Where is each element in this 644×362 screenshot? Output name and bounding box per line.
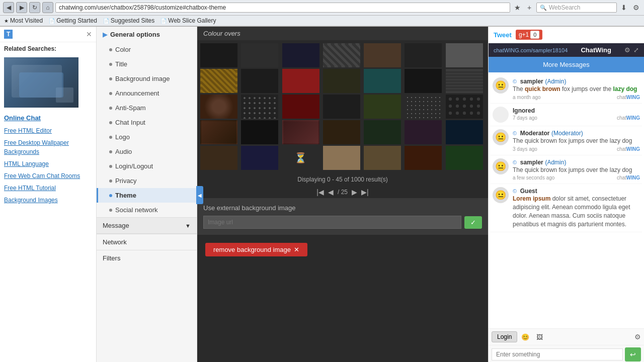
last-page-button[interactable]: ▶|	[361, 188, 369, 196]
message-body: © sampler (Admin) The quick brown fox ju…	[513, 77, 640, 100]
bg-swatch[interactable]	[323, 146, 360, 170]
bg-swatch[interactable]	[282, 69, 319, 93]
chat-input[interactable]	[492, 348, 623, 360]
settings-item-audio[interactable]: Audio	[97, 144, 197, 159]
settings-item-privacy[interactable]: Privacy	[97, 173, 197, 188]
settings-section-message[interactable]: Message ▼	[97, 217, 197, 234]
chat-settings-icon[interactable]: ⚙	[634, 333, 641, 341]
settings-item-logo[interactable]: Logo	[97, 130, 197, 144]
bg-swatch[interactable]	[364, 146, 401, 170]
next-page-button[interactable]: ▶	[352, 188, 357, 196]
settings-item-color[interactable]: Color	[97, 42, 197, 57]
bg-swatch[interactable]	[323, 95, 360, 119]
bg-swatch[interactable]	[200, 120, 237, 144]
expand-icon[interactable]: ⤢	[633, 46, 639, 54]
settings-item-theme[interactable]: Theme	[97, 188, 197, 203]
prev-page-button[interactable]: ◀	[328, 188, 334, 196]
bg-swatch[interactable]	[282, 120, 319, 144]
bg-swatch[interactable]	[282, 43, 319, 67]
bg-swatch[interactable]	[200, 95, 237, 119]
bg-swatch[interactable]	[405, 120, 442, 144]
smiley-icon[interactable]: 😊	[519, 331, 531, 343]
forward-button[interactable]: ▶	[16, 2, 27, 13]
bg-swatch[interactable]	[241, 120, 278, 144]
bg-swatch[interactable]	[323, 43, 360, 67]
bookmark-suggested-sites[interactable]: 📄 Suggested Sites	[103, 17, 154, 24]
chat-message: 😐 © Moderator (Moderator) The quick brow…	[491, 126, 642, 155]
bg-swatch[interactable]	[323, 69, 360, 93]
gplus-button[interactable]: g+1 0	[516, 30, 542, 40]
dot-icon	[109, 63, 112, 66]
bg-swatch[interactable]	[200, 69, 237, 93]
panel-collapse-button[interactable]: ◀	[196, 186, 203, 204]
remove-bg-button[interactable]: remove background image ✕	[205, 243, 307, 256]
message-text: The quick brown fox jumps over the lazy …	[513, 85, 640, 94]
favorites-icon[interactable]: ★	[512, 3, 522, 13]
bg-swatch[interactable]	[200, 43, 237, 67]
bg-swatch[interactable]	[446, 69, 483, 93]
download-icon[interactable]: ⬇	[619, 3, 629, 13]
settings-item-background-image[interactable]: Background image	[97, 71, 197, 86]
bg-swatch[interactable]	[241, 146, 278, 170]
sidebar-link-webcam[interactable]: Free Web Cam Chat Rooms	[0, 170, 96, 182]
settings-section-network[interactable]: Network	[97, 234, 197, 250]
settings-item-title[interactable]: Title	[97, 57, 197, 71]
more-messages-button[interactable]: More Messages	[489, 57, 644, 72]
username: Ignored	[513, 107, 535, 114]
bg-swatch[interactable]	[446, 95, 483, 119]
bg-swatch[interactable]	[200, 146, 237, 170]
bg-swatch[interactable]	[282, 95, 319, 119]
bg-swatch[interactable]	[241, 95, 278, 119]
bg-swatch[interactable]	[405, 43, 442, 67]
first-page-button[interactable]: |◀	[316, 188, 324, 196]
settings-item-chat-input[interactable]: Chat Input	[97, 115, 197, 130]
bg-swatch-loading[interactable]: ⏳	[282, 146, 319, 170]
bg-swatch[interactable]	[323, 120, 360, 144]
bg-swatch[interactable]	[446, 120, 483, 144]
bg-swatch[interactable]	[364, 120, 401, 144]
url-input[interactable]: chatwing.com/user/chatbox/258798/customi…	[55, 3, 510, 13]
bg-swatch[interactable]	[241, 69, 278, 93]
bookmark-getting-started[interactable]: 📄 Getting Started	[49, 17, 97, 24]
sidebar-link-bg-images[interactable]: Background Images	[0, 194, 96, 206]
settings-item-antispam[interactable]: Anti-Spam	[97, 101, 197, 115]
bg-swatch[interactable]	[364, 95, 401, 119]
bg-swatch[interactable]	[364, 69, 401, 93]
bg-swatch[interactable]	[241, 43, 278, 67]
settings-general-options-header[interactable]: ▶ General options	[97, 27, 197, 42]
settings-item-social-network[interactable]: Social network	[97, 203, 197, 217]
message-body: © sampler (Admin) The quick brown fox ju…	[513, 158, 640, 181]
search-area[interactable]: 🔍 WebSearch	[536, 3, 617, 13]
message-text: The quick brown fox jumps over the lazy …	[513, 137, 640, 145]
bookmark-web-slice[interactable]: 📄 Web Slice Gallery	[160, 17, 216, 24]
search-engine-icon: 🔍	[540, 5, 547, 11]
settings-section-filters[interactable]: Filters	[97, 250, 197, 266]
sidebar-link-desktop-wallpaper[interactable]: Free Desktop Wallpaper Backgrounds	[0, 137, 96, 158]
chat-send-button[interactable]: ↩	[625, 347, 641, 361]
settings-item-announcement[interactable]: Announcement	[97, 86, 197, 101]
add-favorite-icon[interactable]: +	[524, 3, 534, 13]
sidebar-link-free-html-editor[interactable]: Free HTML Editor	[0, 125, 96, 137]
image-icon[interactable]: 🖼	[533, 331, 545, 343]
bg-swatch[interactable]	[405, 69, 442, 93]
refresh-button[interactable]: ↻	[29, 2, 40, 13]
bg-swatch[interactable]	[405, 95, 442, 119]
tools-icon[interactable]: ⚙	[631, 3, 641, 13]
tweet-button[interactable]: Tweet	[494, 31, 512, 39]
bookmark-most-visited[interactable]: ★ Most Visited	[4, 17, 43, 24]
settings-item-login-logout[interactable]: Login/Logout	[97, 159, 197, 173]
sidebar-close-button[interactable]: ✕	[86, 30, 92, 38]
external-bg-input[interactable]	[203, 216, 461, 229]
sidebar-link-online-chat[interactable]: Online Chat	[0, 112, 96, 125]
settings-icon[interactable]: ⚙	[624, 46, 630, 54]
bg-swatch[interactable]	[446, 146, 483, 170]
bg-swatch[interactable]	[405, 146, 442, 170]
bg-swatch[interactable]	[446, 43, 483, 67]
back-button[interactable]: ◀	[3, 2, 14, 13]
login-button[interactable]: Login	[492, 331, 517, 342]
sidebar-link-html-language[interactable]: HTML Language	[0, 158, 96, 170]
sidebar-link-html-tutorial[interactable]: Free HTML Tutorial	[0, 182, 96, 194]
external-bg-apply-button[interactable]: ✓	[464, 216, 482, 229]
bg-swatch[interactable]	[364, 43, 401, 67]
home-button[interactable]: ⌂	[42, 2, 53, 13]
